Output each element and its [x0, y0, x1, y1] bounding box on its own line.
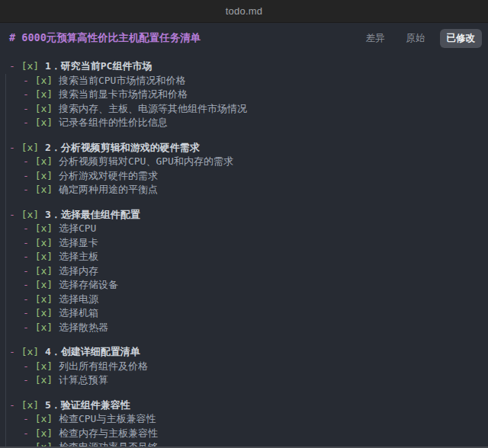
section-title: 1．研究当前PC组件市场	[45, 60, 152, 72]
diff-view-button[interactable]: 差异	[359, 29, 392, 48]
section-title: 5．验证组件兼容性	[45, 399, 130, 411]
list-bullet: -	[23, 117, 29, 128]
list-bullet: -	[9, 142, 15, 153]
list-bullet: -	[23, 222, 29, 234]
task-item-row: - [x] 选择显卡	[0, 236, 488, 251]
checked-checkbox-marker: [x]	[21, 209, 39, 220]
item-label: 记录各组件的性价比信息	[59, 117, 168, 128]
list-bullet: -	[9, 399, 15, 411]
task-checklist: - [x] 1．研究当前PC组件市场- [x] 搜索当前CPU市场情况和价格- …	[0, 59, 488, 448]
list-bullet: -	[23, 307, 29, 318]
item-label: 检查CPU与主板兼容性	[59, 413, 156, 424]
section-title: 4．创建详细配置清单	[45, 346, 140, 357]
checked-checkbox-marker: [x]	[35, 265, 53, 277]
task-section-row: - [x] 4．创建详细配置清单	[0, 345, 488, 360]
checked-checkbox-marker: [x]	[35, 413, 53, 424]
task-item-row: - [x] 选择存储设备	[0, 278, 488, 293]
checked-checkbox-marker: [x]	[35, 360, 53, 372]
task-item-row: - [x] 选择CPU	[0, 222, 488, 236]
task-item-row: - [x] 确定两种用途的平衡点	[0, 183, 488, 197]
checked-checkbox-marker: [x]	[21, 142, 39, 153]
list-bullet: -	[23, 322, 29, 333]
task-section: - [x] 4．创建详细配置清单- [x] 列出所有组件及价格- [x] 计算总…	[0, 345, 488, 388]
item-label: 选择CPU	[59, 222, 96, 234]
checked-checkbox-marker: [x]	[35, 103, 53, 114]
list-bullet: -	[9, 346, 15, 357]
task-item-row: - [x] 检查内存与主板兼容性	[0, 427, 488, 441]
checked-checkbox-marker: [x]	[21, 60, 39, 72]
item-label: 选择存储设备	[59, 279, 118, 290]
toolbar: # 6000元预算高性价比主机配置任务清单 差异 原始 已修改	[0, 23, 488, 53]
list-bullet: -	[23, 170, 29, 181]
list-bullet: -	[9, 209, 15, 220]
task-section-row: - [x] 1．研究当前PC组件市场	[0, 59, 488, 74]
item-label: 搜索当前CPU市场情况和价格	[59, 75, 185, 86]
list-bullet: -	[23, 360, 29, 372]
list-bullet: -	[23, 103, 29, 114]
task-item-row: - [x] 选择散热器	[0, 321, 488, 335]
checked-checkbox-marker: [x]	[21, 399, 39, 411]
task-section: - [x] 3．选择最佳组件配置- [x] 选择CPU- [x] 选择显卡- […	[0, 208, 488, 335]
markdown-viewer-window: todo.md # 6000元预算高性价比主机配置任务清单 差异 原始 已修改 …	[0, 0, 488, 448]
item-label: 检查内存与主板兼容性	[59, 427, 158, 439]
checked-checkbox-marker: [x]	[35, 374, 53, 386]
task-item-row: - [x] 分析视频剪辑对CPU、GPU和内存的需求	[0, 155, 488, 169]
list-bullet: -	[23, 293, 29, 305]
task-item-row: - [x] 搜索当前显卡市场情况和价格	[0, 88, 488, 102]
list-bullet: -	[23, 75, 29, 86]
list-bullet: -	[23, 88, 29, 100]
item-label: 选择散热器	[59, 322, 108, 333]
task-section: - [x] 2．分析视频剪辑和游戏的硬件需求- [x] 分析视频剪辑对CPU、G…	[0, 141, 488, 197]
item-label: 确定两种用途的平衡点	[59, 184, 158, 195]
document-heading: # 6000元预算高性价比主机配置任务清单	[9, 31, 201, 45]
checked-checkbox-marker: [x]	[35, 222, 53, 234]
task-item-row: - [x] 分析游戏对硬件的需求	[0, 169, 488, 184]
section-title: 2．分析视频剪辑和游戏的硬件需求	[45, 142, 200, 153]
task-item-row: - [x] 列出所有组件及价格	[0, 360, 488, 374]
checked-checkbox-marker: [x]	[35, 279, 53, 290]
checked-checkbox-marker: [x]	[35, 170, 53, 181]
titlebar: todo.md	[0, 0, 488, 23]
list-bullet: -	[23, 251, 29, 262]
item-label: 分析视频剪辑对CPU、GPU和内存的需求	[59, 155, 233, 167]
list-bullet: -	[23, 265, 29, 277]
checked-checkbox-marker: [x]	[35, 184, 53, 195]
task-item-row: - [x] 计算总预算	[0, 373, 488, 388]
task-section-row: - [x] 5．验证组件兼容性	[0, 398, 488, 413]
checked-checkbox-marker: [x]	[35, 251, 53, 262]
task-item-row: - [x] 选择主板	[0, 250, 488, 264]
checked-checkbox-marker: [x]	[35, 427, 53, 439]
list-bullet: -	[23, 374, 29, 386]
item-label: 选择电源	[59, 293, 98, 305]
task-section: - [x] 1．研究当前PC组件市场- [x] 搜索当前CPU市场情况和价格- …	[0, 59, 488, 130]
item-label: 搜索内存、主板、电源等其他组件市场情况	[59, 103, 247, 114]
checked-checkbox-marker: [x]	[35, 117, 53, 128]
item-label: 选择主板	[59, 251, 98, 262]
task-section-row: - [x] 3．选择最佳组件配置	[0, 208, 488, 222]
task-item-row: - [x] 搜索内存、主板、电源等其他组件市场情况	[0, 102, 488, 117]
view-mode-switcher: 差异 原始 已修改	[359, 29, 483, 48]
task-item-row: - [x] 记录各组件的性价比信息	[0, 116, 488, 130]
list-bullet: -	[23, 155, 29, 167]
task-section: - [x] 5．验证组件兼容性- [x] 检查CPU与主板兼容性- [x] 检查…	[0, 398, 488, 448]
item-label: 搜索当前显卡市场情况和价格	[59, 88, 188, 100]
task-item-row: - [x] 搜索当前CPU市场情况和价格	[0, 74, 488, 88]
item-label: 列出所有组件及价格	[59, 360, 148, 372]
checked-checkbox-marker: [x]	[35, 237, 53, 248]
original-view-button[interactable]: 原始	[400, 29, 432, 48]
checked-checkbox-marker: [x]	[35, 322, 53, 333]
task-item-row: - [x] 选择内存	[0, 264, 488, 279]
markdown-content[interactable]: - [x] 1．研究当前PC组件市场- [x] 搜索当前CPU市场情况和价格- …	[0, 53, 488, 448]
task-section-row: - [x] 2．分析视频剪辑和游戏的硬件需求	[0, 141, 488, 155]
list-bullet: -	[23, 184, 29, 195]
checked-checkbox-marker: [x]	[35, 88, 53, 100]
list-bullet: -	[23, 427, 29, 439]
list-bullet: -	[23, 237, 29, 248]
checked-checkbox-marker: [x]	[35, 155, 53, 167]
checked-checkbox-marker: [x]	[35, 307, 53, 318]
list-bullet: -	[23, 279, 29, 290]
modified-view-button[interactable]: 已修改	[440, 29, 483, 48]
item-label: 选择内存	[59, 265, 98, 277]
checked-checkbox-marker: [x]	[21, 346, 39, 357]
task-item-row: - [x] 选择电源	[0, 293, 488, 307]
